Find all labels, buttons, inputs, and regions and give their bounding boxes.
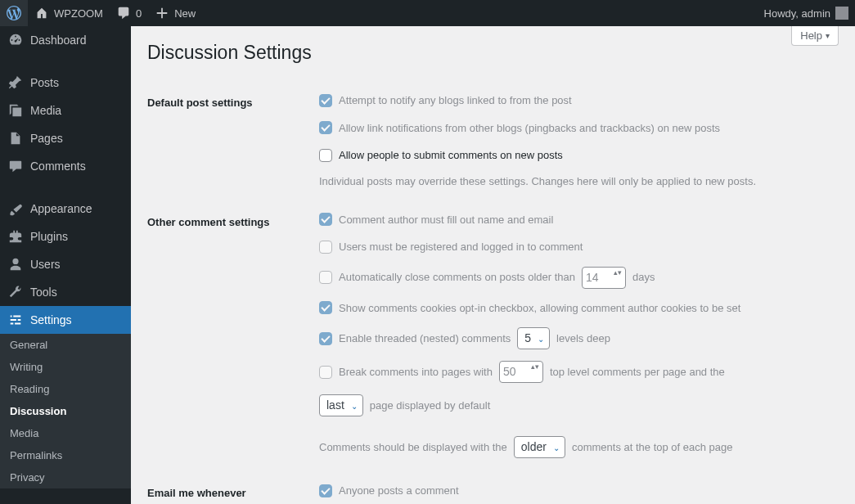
label-paginate-pre: Break comments into pages with: [339, 364, 493, 380]
wrench-icon: [8, 285, 23, 299]
section-heading-default-post: Default post settings: [147, 80, 311, 200]
chevron-down-icon: ⌄: [553, 441, 560, 453]
sidebar-item-label: Settings: [30, 313, 72, 326]
comments-count: 0: [136, 7, 142, 20]
sidebar-item-label: Pages: [30, 132, 63, 145]
site-name-menu[interactable]: WPZOOM: [28, 0, 110, 26]
label-order-post: comments at the top of each page: [572, 439, 733, 456]
label-paginate-mid: top level comments per page and the: [550, 364, 725, 380]
default-post-note: Individual posts may override these sett…: [319, 175, 830, 187]
checkbox-threaded[interactable]: [319, 332, 332, 345]
brush-icon: [8, 201, 23, 216]
admin-menu: Dashboard Posts Media Pages Comments App…: [0, 26, 131, 504]
checkbox-email-anyone[interactable]: [319, 484, 332, 497]
wp-logo-menu[interactable]: [0, 0, 28, 26]
label-order-pre: Comments should be displayed with the: [319, 439, 507, 456]
checkbox-autoclose[interactable]: [319, 271, 332, 284]
sidebar-item-dashboard[interactable]: Dashboard: [0, 26, 131, 54]
sidebar-item-comments[interactable]: Comments: [0, 152, 131, 180]
user-icon: [8, 257, 23, 272]
sidebar-item-users[interactable]: Users: [0, 250, 131, 278]
submenu-item-reading[interactable]: Reading: [0, 378, 131, 400]
checkbox-cookies-optin[interactable]: [319, 301, 332, 314]
sidebar-item-tools[interactable]: Tools: [0, 278, 131, 306]
checkbox-allow-pingbacks[interactable]: [319, 121, 332, 134]
new-content-label: New: [174, 7, 196, 20]
help-tab-label: Help: [800, 29, 822, 42]
chevron-down-icon: ⌄: [538, 332, 544, 344]
default-page-value: last: [326, 397, 344, 414]
plus-icon: [155, 6, 169, 20]
autoclose-days-value: 14: [586, 271, 599, 284]
howdy-label: Howdy, admin: [764, 7, 830, 20]
comments-bubble-menu[interactable]: 0: [110, 0, 148, 26]
label-name-email: Comment author must fill out name and em…: [339, 212, 553, 228]
page-icon: [8, 131, 23, 146]
select-comment-order[interactable]: older⌄: [514, 436, 565, 458]
submenu-item-media[interactable]: Media: [0, 422, 131, 444]
input-autoclose-days[interactable]: 14▴▾: [582, 267, 626, 289]
home-icon: [34, 6, 49, 20]
checkbox-allow-comments[interactable]: [319, 149, 332, 162]
help-tab[interactable]: Help ▾: [791, 26, 839, 46]
page-title: Discussion Settings: [147, 34, 839, 80]
label-email-anyone: Anyone posts a comment: [339, 483, 459, 499]
submenu-item-general[interactable]: General: [0, 334, 131, 356]
comment-icon: [8, 159, 23, 173]
section-heading-email: Email me whenever: [147, 470, 311, 504]
sidebar-item-label: Comments: [30, 160, 86, 173]
section-heading-other-comment: Other comment settings: [147, 200, 311, 471]
chevron-down-icon: ⌄: [351, 399, 358, 412]
label-threaded-pre: Enable threaded (nested) comments: [339, 331, 511, 347]
thread-levels-value: 5: [524, 330, 531, 347]
label-paginate-post: page displayed by default: [370, 398, 490, 414]
submenu-item-discussion[interactable]: Discussion: [0, 400, 131, 422]
wordpress-icon: [7, 6, 21, 20]
sidebar-item-label: Tools: [30, 286, 57, 299]
plugin-icon: [8, 229, 23, 244]
sidebar-item-label: Appearance: [30, 202, 92, 215]
new-content-menu[interactable]: New: [148, 0, 202, 26]
sidebar-item-appearance[interactable]: Appearance: [0, 195, 131, 223]
checkbox-paginate[interactable]: [319, 366, 332, 379]
input-comments-per-page[interactable]: 50▴▾: [499, 361, 543, 383]
comments-per-page-value: 50: [503, 365, 516, 378]
checkbox-registered[interactable]: [319, 241, 332, 254]
sidebar-item-label: Plugins: [30, 230, 68, 243]
number-spinner-icon[interactable]: ▴▾: [614, 269, 622, 277]
settings-sliders-icon: [8, 313, 23, 327]
label-attempt-notify: Attempt to notify any blogs linked to fr…: [339, 92, 572, 109]
submenu-item-writing[interactable]: Writing: [0, 356, 131, 378]
sidebar-item-label: Users: [30, 258, 61, 271]
my-account-menu[interactable]: Howdy, admin: [758, 0, 855, 26]
sidebar-item-pages[interactable]: Pages: [0, 124, 131, 152]
dashboard-icon: [8, 33, 23, 47]
number-spinner-icon[interactable]: ▴▾: [531, 363, 539, 371]
sidebar-item-label: Posts: [30, 76, 59, 89]
select-default-page[interactable]: last⌄: [319, 394, 363, 416]
checkbox-name-email[interactable]: [319, 213, 332, 226]
sidebar-item-posts[interactable]: Posts: [0, 69, 131, 97]
site-name-label: WPZOOM: [54, 7, 103, 20]
comment-bubble-icon: [116, 6, 131, 20]
submenu-item-privacy[interactable]: Privacy: [0, 466, 131, 488]
media-icon: [8, 103, 23, 118]
submenu-item-permalinks[interactable]: Permalinks: [0, 444, 131, 466]
admin-bar: WPZOOM 0 New Howdy, admin: [0, 0, 855, 26]
label-allow-pingbacks: Allow link notifications from other blog…: [339, 120, 720, 137]
label-autoclose-post: days: [632, 269, 655, 286]
settings-form-table: Default post settings Attempt to notify …: [147, 80, 839, 504]
label-autoclose-pre: Automatically close comments on posts ol…: [339, 269, 575, 286]
sidebar-item-label: Media: [30, 104, 61, 117]
sidebar-item-settings[interactable]: Settings: [0, 306, 131, 334]
label-threaded-post: levels deep: [556, 331, 610, 347]
label-allow-comments: Allow people to submit comments on new p…: [339, 147, 563, 164]
sidebar-item-media[interactable]: Media: [0, 97, 131, 124]
checkbox-attempt-notify[interactable]: [319, 94, 332, 107]
sidebar-item-label: Dashboard: [30, 34, 87, 47]
content-area: Help ▾ Discussion Settings Default post …: [131, 0, 855, 504]
select-thread-levels[interactable]: 5⌄: [517, 327, 550, 349]
avatar: [835, 7, 848, 20]
chevron-down-icon: ▾: [826, 31, 830, 40]
sidebar-item-plugins[interactable]: Plugins: [0, 223, 131, 250]
